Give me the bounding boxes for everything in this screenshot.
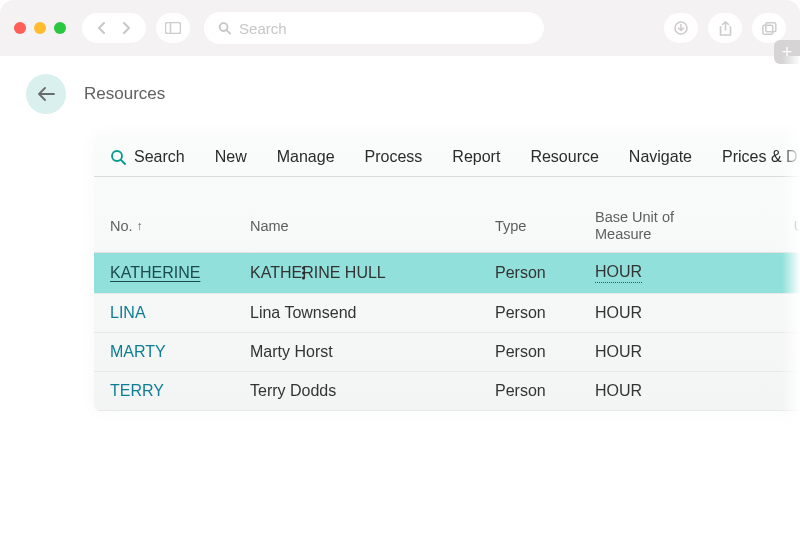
col-name[interactable]: Name <box>250 218 495 234</box>
chrome-toolbar-right <box>664 13 786 43</box>
page-title: Resources <box>84 84 165 104</box>
window-close-dot[interactable] <box>14 22 26 34</box>
back-button[interactable] <box>26 74 66 114</box>
table-row[interactable]: MARTYMarty HorstPersonHOUR143 <box>94 333 800 372</box>
menu-manage[interactable]: Manage <box>277 148 335 166</box>
cell-name: KATHERINE HULL <box>250 264 495 282</box>
menu-resource[interactable]: Resource <box>530 148 598 166</box>
col-uom-label-1: Base Unit of <box>595 209 674 226</box>
svg-rect-0 <box>166 23 181 34</box>
table-row[interactable]: KATHERINEKATHERINE HULLPersonHOUR165 <box>94 253 800 294</box>
cell-type: Person <box>495 343 595 361</box>
svg-line-8 <box>121 160 125 164</box>
menu-search[interactable]: Search <box>110 148 185 166</box>
browser-chrome <box>0 0 800 56</box>
col-type-label: Type <box>495 218 526 234</box>
nav-back-forward[interactable] <box>82 13 146 43</box>
cell-name: Lina Townsend <box>250 304 495 322</box>
window-zoom-dot[interactable] <box>54 22 66 34</box>
cell-uom: HOUR <box>595 263 750 283</box>
chevron-left-icon <box>97 22 107 34</box>
menu-search-label: Search <box>134 148 185 166</box>
col-uom-label-2: Measure <box>595 226 674 243</box>
cell-name: Marty Horst <box>250 343 495 361</box>
downloads-button[interactable] <box>664 13 698 43</box>
sidebar-icon <box>165 22 181 34</box>
menu-process[interactable]: Process <box>365 148 423 166</box>
row-actions-button[interactable] <box>302 265 305 282</box>
cell-uom: HOUR <box>595 382 750 400</box>
col-unit-cost[interactable]: Unit C <box>794 218 800 234</box>
cell-type: Person <box>495 304 595 322</box>
share-icon <box>719 21 732 36</box>
svg-rect-5 <box>762 25 772 34</box>
menu-new[interactable]: New <box>215 148 247 166</box>
cell-no[interactable]: KATHERINE <box>110 264 250 282</box>
svg-rect-6 <box>765 22 775 31</box>
window-traffic-lights <box>14 22 66 34</box>
col-uom[interactable]: Base Unit of Measure <box>595 209 750 242</box>
resources-table: No. ↑ Name Type Base Unit of Measure Uni… <box>94 177 800 411</box>
tabs-button[interactable] <box>752 13 786 43</box>
arrow-left-icon <box>37 87 55 101</box>
tabs-icon <box>762 22 777 35</box>
browser-search-bar[interactable] <box>204 12 544 44</box>
cell-uom: HOUR <box>595 304 750 322</box>
download-icon <box>674 21 688 35</box>
browser-search-input[interactable] <box>239 20 530 37</box>
cell-no[interactable]: MARTY <box>110 343 250 361</box>
cell-no[interactable]: LINA <box>110 304 250 322</box>
search-icon <box>218 21 231 35</box>
col-no[interactable]: No. ↑ <box>110 218 250 234</box>
sidebar-toggle-button[interactable] <box>156 13 190 43</box>
sort-asc-icon: ↑ <box>137 219 143 233</box>
col-name-label: Name <box>250 218 289 234</box>
menu-prices[interactable]: Prices & D <box>722 148 798 166</box>
col-type[interactable]: Type <box>495 218 595 234</box>
table-row[interactable]: LINALina TownsendPersonHOUR187 <box>94 294 800 333</box>
window-minimize-dot[interactable] <box>34 22 46 34</box>
search-icon <box>110 149 126 165</box>
share-button[interactable] <box>708 13 742 43</box>
menu-navigate[interactable]: Navigate <box>629 148 692 166</box>
app-page: Resources Search New Manage Process Repo… <box>0 56 800 411</box>
table-row[interactable]: TERRYTerry DoddsPersonHOUR165 <box>94 372 800 411</box>
col-no-label: No. <box>110 218 133 234</box>
cell-uom: HOUR <box>595 343 750 361</box>
col-unit-cost-label: Unit C <box>794 218 800 234</box>
table-header: No. ↑ Name Type Base Unit of Measure Uni… <box>94 177 800 253</box>
page-header: Resources <box>26 74 800 114</box>
cell-name: Terry Dodds <box>250 382 495 400</box>
cell-type: Person <box>495 264 595 282</box>
chevron-right-icon <box>121 22 131 34</box>
action-menubar: Search New Manage Process Report Resourc… <box>94 136 800 177</box>
cell-no[interactable]: TERRY <box>110 382 250 400</box>
menu-report[interactable]: Report <box>452 148 500 166</box>
content-panel: Search New Manage Process Report Resourc… <box>94 136 800 411</box>
cell-type: Person <box>495 382 595 400</box>
svg-line-3 <box>227 30 231 34</box>
